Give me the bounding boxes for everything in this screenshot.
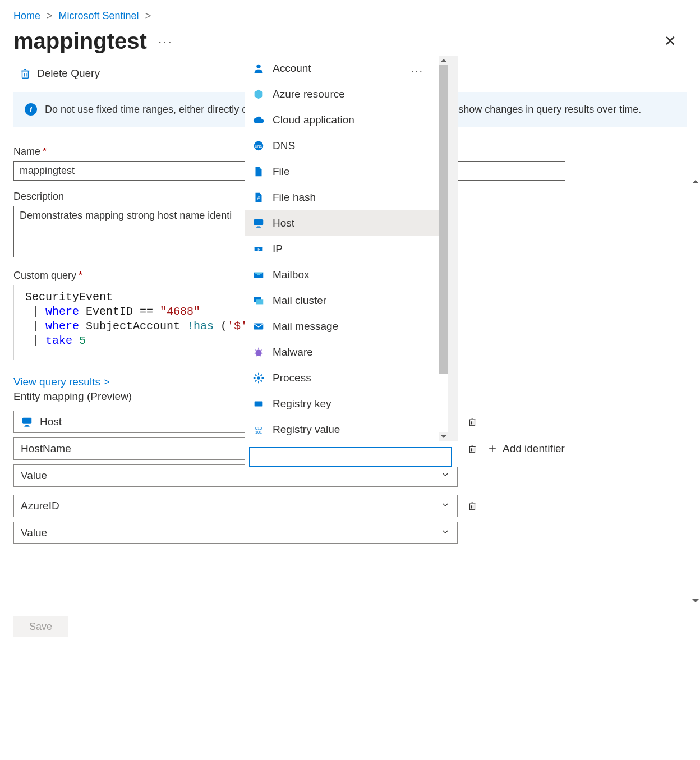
entity-option-registry-key[interactable]: Registry key xyxy=(245,391,448,417)
svg-text:#: # xyxy=(257,196,260,201)
scroll-up-icon[interactable] xyxy=(439,56,448,65)
mailbox-icon xyxy=(252,269,265,281)
delete-query-button[interactable]: Delete Query xyxy=(19,67,100,80)
breadcrumb-home[interactable]: Home xyxy=(13,10,40,21)
banner-text-left: Do not use fixed time ranges, either dir… xyxy=(45,104,251,115)
entity-option-file-hash[interactable]: #File hash xyxy=(245,185,448,210)
svg-rect-17 xyxy=(256,299,263,304)
file-hash-icon: # xyxy=(252,191,265,204)
svg-point-7 xyxy=(256,65,260,68)
entity-option-mailbox[interactable]: Mailbox xyxy=(245,262,448,288)
azure-resource-icon xyxy=(252,88,265,100)
entity-option-mail-cluster[interactable]: Mail cluster xyxy=(245,288,448,314)
svg-rect-5 xyxy=(470,446,475,453)
entity-type-dropdown: ··· AccountAzure resourceCloud applicati… xyxy=(245,56,458,467)
delete-query-label: Delete Query xyxy=(37,67,100,80)
svg-rect-6 xyxy=(470,504,475,510)
page-title: mappingtest xyxy=(13,29,147,54)
svg-point-20 xyxy=(257,376,260,380)
host-icon xyxy=(252,217,265,229)
delete-identifier-button[interactable] xyxy=(466,499,479,513)
chevron-down-icon xyxy=(440,527,450,540)
identifier-select[interactable]: AzureID xyxy=(13,495,458,517)
entity-option-label: Azure resource xyxy=(273,88,345,100)
entity-option-label: IP xyxy=(273,243,283,255)
entity-option-dns[interactable]: DNSDNS xyxy=(245,133,448,159)
breadcrumb-service[interactable]: Microsoft Sentinel xyxy=(59,10,139,21)
svg-rect-0 xyxy=(22,71,29,78)
breadcrumb-sep-icon: > xyxy=(47,10,53,21)
svg-rect-18 xyxy=(254,324,264,330)
breadcrumb: Home > Microsoft Sentinel > xyxy=(0,0,700,26)
entity-option-label: Registry key xyxy=(273,398,331,410)
trash-icon xyxy=(19,67,31,80)
add-identifier-label: Add identifier xyxy=(503,443,565,455)
entity-option-label: Account xyxy=(273,62,311,75)
banner-text-right: show changes in query results over time. xyxy=(458,104,641,115)
account-icon xyxy=(252,62,265,75)
scrollbar-thumb[interactable] xyxy=(439,65,448,374)
entity-option-label: Registry value xyxy=(273,423,340,436)
delete-identifier-button[interactable] xyxy=(466,442,479,455)
entity-option-file[interactable]: File xyxy=(245,159,448,185)
page-scrollbar[interactable] xyxy=(690,178,700,605)
entity-option-label: Malware xyxy=(273,346,313,358)
entity-option-label: Process xyxy=(273,372,311,384)
value-select[interactable]: Value xyxy=(13,464,458,487)
entity-option-label: Cloud application xyxy=(273,114,354,126)
entity-option-process[interactable]: Process xyxy=(245,365,448,391)
svg-rect-11 xyxy=(254,219,264,225)
svg-text:IP: IP xyxy=(257,247,260,251)
info-icon: i xyxy=(25,103,37,116)
add-identifier-button[interactable]: Add identifier xyxy=(487,443,565,455)
scroll-down-icon[interactable] xyxy=(439,432,448,441)
value-select-label: Value xyxy=(21,527,47,539)
ip-icon: IP xyxy=(252,243,265,255)
plus-icon xyxy=(487,443,498,454)
entity-option-label: File hash xyxy=(273,191,316,204)
registry-key-icon xyxy=(252,398,265,410)
value-select[interactable]: Value xyxy=(13,522,458,544)
entity-option-label: DNS xyxy=(273,140,295,152)
entity-dropdown-search-input[interactable] xyxy=(249,447,452,467)
dropdown-more-icon[interactable]: ··· xyxy=(411,65,423,77)
cloud-application-icon xyxy=(252,114,265,126)
close-icon[interactable]: ✕ xyxy=(658,30,682,52)
svg-text:101: 101 xyxy=(255,430,262,435)
entity-option-label: File xyxy=(273,165,290,178)
entity-option-registry-value[interactable]: 010101Registry value xyxy=(245,417,448,441)
svg-rect-12 xyxy=(257,227,260,228)
chevron-down-icon xyxy=(440,469,450,482)
entity-option-mail-message[interactable]: Mail message xyxy=(245,314,448,339)
entity-option-label: Mailbox xyxy=(273,269,309,281)
mail-message-icon xyxy=(252,320,265,333)
process-icon xyxy=(252,372,265,384)
save-button[interactable]: Save xyxy=(13,616,68,637)
entity-option-ip[interactable]: IPIP xyxy=(245,236,448,262)
entity-type-value: Host xyxy=(40,416,62,428)
entity-option-label: Mail cluster xyxy=(273,294,326,307)
required-icon: * xyxy=(43,146,47,157)
breadcrumb-sep-icon: > xyxy=(145,10,151,21)
mail-cluster-icon xyxy=(252,294,265,307)
entity-option-malware[interactable]: Malware xyxy=(245,339,448,365)
svg-rect-2 xyxy=(25,425,29,426)
view-query-results-link[interactable]: View query results > xyxy=(13,376,109,388)
host-icon xyxy=(21,416,33,428)
malware-icon xyxy=(252,346,265,358)
more-icon[interactable]: ··· xyxy=(158,34,173,49)
entity-option-host[interactable]: Host xyxy=(245,210,448,236)
file-icon xyxy=(252,165,265,178)
entity-option-azure-resource[interactable]: Azure resource xyxy=(245,81,448,107)
entity-option-label: Mail message xyxy=(273,320,338,333)
delete-entity-button[interactable] xyxy=(466,415,479,429)
svg-rect-3 xyxy=(24,426,29,426)
svg-text:DNS: DNS xyxy=(255,144,262,148)
value-select-label: Value xyxy=(21,469,47,482)
svg-rect-21 xyxy=(255,401,263,406)
chevron-down-icon xyxy=(440,500,450,513)
svg-rect-1 xyxy=(22,418,32,424)
dns-icon: DNS xyxy=(252,140,265,152)
svg-rect-13 xyxy=(256,227,261,228)
entity-option-cloud-application[interactable]: Cloud application xyxy=(245,107,448,133)
